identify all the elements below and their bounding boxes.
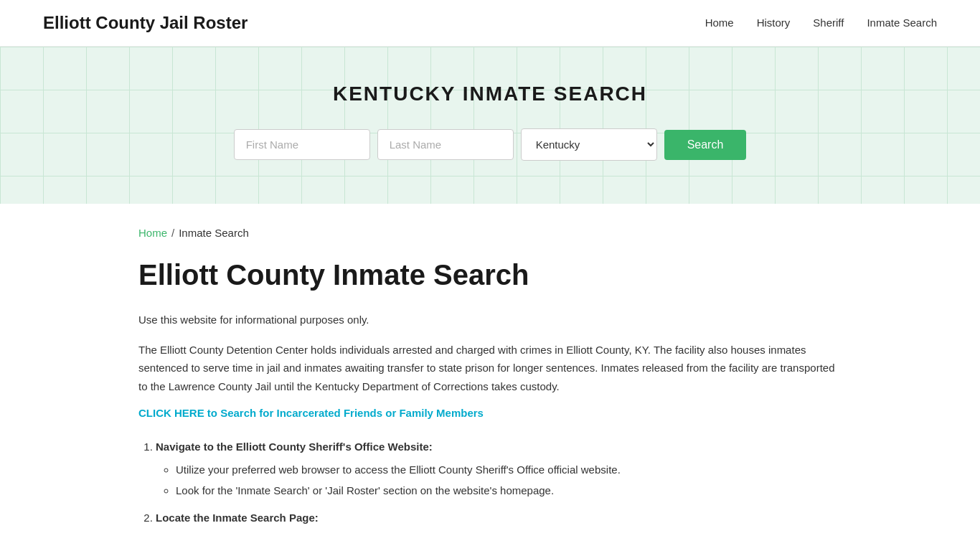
sub-list-1: Utilize your preferred web browser to ac… (156, 461, 842, 500)
first-name-input[interactable] (234, 129, 370, 160)
step-item-1: Navigate to the Elliott County Sheriff's… (156, 438, 842, 500)
breadcrumb-separator: / (171, 227, 174, 239)
nav-list: HomeHistorySheriffInmate Search (705, 17, 937, 29)
page-title: Elliott County Inmate Search (138, 259, 842, 291)
intro-paragraph: Use this website for informational purpo… (138, 311, 842, 329)
sub-list-item: Look for the 'Inmate Search' or 'Jail Ro… (176, 481, 842, 500)
hero-title: KENTUCKY INMATE SEARCH (14, 83, 966, 105)
inmate-search-form: KentuckyAlabamaAlaskaArizonaArkansasCali… (14, 128, 966, 161)
nav-item-inmate-search[interactable]: Inmate Search (867, 17, 937, 29)
nav-item-home[interactable]: Home (705, 17, 734, 29)
state-select[interactable]: KentuckyAlabamaAlaskaArizonaArkansasCali… (521, 128, 657, 161)
site-header: Elliott County Jail Roster HomeHistorySh… (0, 0, 980, 47)
step-item-2: Locate the Inmate Search Page: (156, 509, 842, 527)
search-button[interactable]: Search (664, 130, 747, 160)
cta-link[interactable]: CLICK HERE to Search for Incarcerated Fr… (138, 407, 484, 419)
main-content: Home / Inmate Search Elliott County Inma… (95, 204, 885, 551)
sub-list-item: Utilize your preferred web browser to ac… (176, 461, 842, 479)
hero-banner: KENTUCKY INMATE SEARCH KentuckyAlabamaAl… (0, 47, 980, 204)
breadcrumb-home[interactable]: Home (138, 227, 167, 239)
breadcrumb-current: Inmate Search (179, 227, 249, 239)
nav-item-sheriff[interactable]: Sheriff (813, 17, 844, 29)
steps-list: Navigate to the Elliott County Sheriff's… (138, 438, 842, 527)
breadcrumb: Home / Inmate Search (138, 227, 842, 239)
body-paragraph: The Elliott County Detention Center hold… (138, 341, 842, 396)
site-logo[interactable]: Elliott County Jail Roster (43, 13, 248, 33)
last-name-input[interactable] (377, 129, 514, 160)
nav-item-history[interactable]: History (757, 17, 791, 29)
main-nav: HomeHistorySheriffInmate Search (705, 17, 937, 29)
